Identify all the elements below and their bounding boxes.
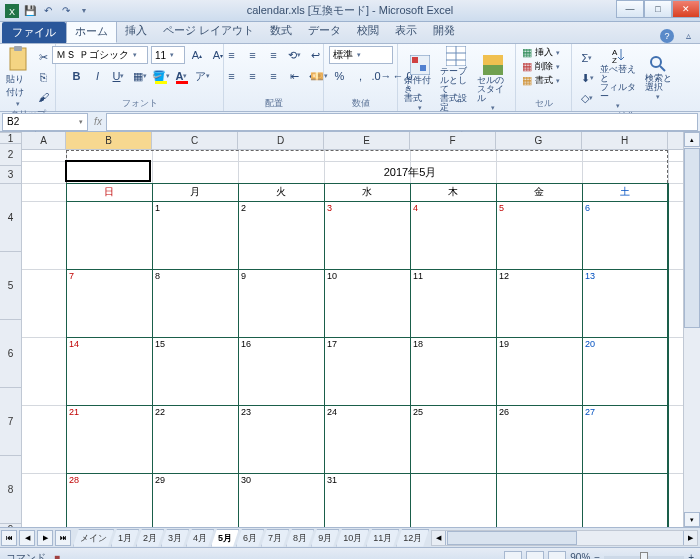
sheet-nav-next[interactable]: ▶ (37, 530, 53, 546)
fx-icon[interactable]: fx (90, 116, 106, 127)
italic-button[interactable]: I (89, 67, 107, 85)
tab-5[interactable]: 校閲 (349, 20, 387, 43)
wrap-text-icon[interactable]: ↩ (307, 46, 325, 64)
paste-button[interactable]: 貼り付け▾ (6, 46, 30, 108)
file-tab[interactable]: ファイル (2, 22, 66, 43)
sheet-tab-1月[interactable]: 1月 (111, 529, 139, 547)
redo-icon[interactable]: ↷ (58, 3, 74, 19)
zoom-level[interactable]: 90% (570, 552, 590, 559)
col-header-C[interactable]: C (152, 132, 238, 149)
col-header-A[interactable]: A (22, 132, 66, 149)
align-center-icon[interactable]: ≡ (244, 67, 262, 85)
tab-6[interactable]: 表示 (387, 20, 425, 43)
sheet-tab-10月[interactable]: 10月 (336, 529, 369, 547)
active-cell[interactable] (65, 160, 151, 182)
sheet-tab-8月[interactable]: 8月 (286, 529, 314, 547)
sheet-nav-last[interactable]: ⏭ (55, 530, 71, 546)
sheet-tab-9月[interactable]: 9月 (311, 529, 339, 547)
vertical-scrollbar[interactable]: ▴ ▾ (683, 132, 700, 527)
col-header-G[interactable]: G (496, 132, 582, 149)
align-top-icon[interactable]: ≡ (223, 46, 241, 64)
grow-font-icon[interactable]: A▴ (188, 46, 206, 64)
tab-0[interactable]: ホーム (66, 20, 117, 43)
phonetic-button[interactable]: ア▾ (194, 67, 212, 85)
copy-icon[interactable]: ⎘ (34, 68, 52, 86)
row-header-1[interactable]: 1 (0, 133, 21, 144)
sheet-tab-11月[interactable]: 11月 (366, 529, 399, 547)
border-button[interactable]: ▦▾ (131, 67, 149, 85)
sort-filter-button[interactable]: AZ並べ替えと フィルター▾ (600, 46, 636, 110)
minimize-button[interactable]: — (616, 0, 644, 18)
normal-view-button[interactable] (504, 551, 522, 560)
tab-2[interactable]: ページ レイアウト (155, 20, 262, 43)
worksheet-grid[interactable]: 12345678910 ABCDEFGH 2017年5月日月火水木金土12345… (0, 132, 700, 527)
sheet-tab-メイン[interactable]: メイン (73, 529, 114, 547)
row-header-5[interactable]: 5 (0, 252, 21, 320)
col-header-E[interactable]: E (324, 132, 410, 149)
row-header-9[interactable]: 9 (0, 524, 21, 527)
font-color-button[interactable]: A▾ (173, 67, 191, 85)
format-cells-button[interactable]: ▦書式▾ (522, 74, 560, 87)
clear-icon[interactable]: ◇▾ (578, 89, 596, 107)
sheet-tab-12月[interactable]: 12月 (396, 529, 429, 547)
font-size-combo[interactable]: 11▾ (151, 46, 185, 64)
col-header-F[interactable]: F (410, 132, 496, 149)
excel-icon[interactable]: X (4, 3, 20, 19)
format-painter-icon[interactable]: 🖌 (34, 88, 52, 106)
sheet-tab-3月[interactable]: 3月 (161, 529, 189, 547)
cut-icon[interactable]: ✂ (34, 48, 52, 66)
bold-button[interactable]: B (68, 67, 86, 85)
align-right-icon[interactable]: ≡ (265, 67, 283, 85)
tab-3[interactable]: 数式 (262, 20, 300, 43)
close-button[interactable]: ✕ (672, 0, 700, 18)
sheet-nav-first[interactable]: ⏮ (1, 530, 17, 546)
zoom-out-button[interactable]: − (594, 552, 600, 559)
sheet-tab-2月[interactable]: 2月 (136, 529, 164, 547)
zoom-slider[interactable] (604, 556, 684, 560)
ribbon-minimize-icon[interactable]: ▵ (680, 27, 696, 43)
page-layout-view-button[interactable] (526, 551, 544, 560)
row-headers[interactable]: 12345678910 (0, 133, 22, 527)
maximize-button[interactable]: □ (644, 0, 672, 18)
fill-color-button[interactable]: 🪣▾ (152, 67, 170, 85)
underline-button[interactable]: U▾ (110, 67, 128, 85)
fill-icon[interactable]: ⬇▾ (578, 69, 596, 87)
row-header-2[interactable]: 2 (0, 144, 21, 166)
cells-area[interactable]: 2017年5月日月火水木金土12345678910111213141516171… (22, 150, 683, 527)
sheet-tab-7月[interactable]: 7月 (261, 529, 289, 547)
column-headers[interactable]: ABCDEFGH (22, 132, 683, 150)
row-header-6[interactable]: 6 (0, 320, 21, 388)
number-format-combo[interactable]: 標準▾ (329, 46, 393, 64)
col-header-H[interactable]: H (582, 132, 668, 149)
tab-4[interactable]: データ (300, 20, 349, 43)
currency-icon[interactable]: 💴▾ (310, 67, 328, 85)
sheet-tab-4月[interactable]: 4月 (186, 529, 214, 547)
qat-dropdown-icon[interactable]: ▼ (76, 3, 92, 19)
row-header-3[interactable]: 3 (0, 166, 21, 184)
col-header-D[interactable]: D (238, 132, 324, 149)
insert-cells-button[interactable]: ▦挿入▾ (522, 46, 560, 59)
sheet-tab-5月[interactable]: 5月 (211, 529, 239, 547)
cell-styles-button[interactable]: セルの スタイル▾ (477, 55, 509, 112)
orientation-icon[interactable]: ⟲▾ (286, 46, 304, 64)
horizontal-scrollbar[interactable]: ◀ ▶ (431, 530, 698, 546)
delete-cells-button[interactable]: ▦削除▾ (522, 60, 560, 73)
align-middle-icon[interactable]: ≡ (244, 46, 262, 64)
page-break-view-button[interactable] (548, 551, 566, 560)
tab-7[interactable]: 開発 (425, 20, 463, 43)
macro-record-icon[interactable]: ■ (54, 552, 60, 559)
find-select-button[interactable]: 検索と 選択▾ (640, 55, 676, 101)
font-name-combo[interactable]: ＭＳ Ｐゴシック▾ (52, 46, 148, 64)
name-box[interactable]: B2▾ (2, 113, 88, 131)
conditional-formatting-button[interactable]: 条件付き 書式▾ (404, 55, 436, 112)
help-icon[interactable]: ? (660, 29, 674, 43)
formula-bar[interactable] (106, 113, 698, 131)
zoom-in-button[interactable]: + (688, 552, 694, 559)
row-header-4[interactable]: 4 (0, 184, 21, 252)
inc-decimal-icon[interactable]: .0→ (373, 67, 391, 85)
indent-dec-icon[interactable]: ⇤ (286, 67, 304, 85)
percent-icon[interactable]: % (331, 67, 349, 85)
row-header-7[interactable]: 7 (0, 388, 21, 456)
autosum-icon[interactable]: Σ▾ (578, 49, 596, 67)
format-as-table-button[interactable]: テーブルとして 書式設定▾ (440, 46, 472, 121)
